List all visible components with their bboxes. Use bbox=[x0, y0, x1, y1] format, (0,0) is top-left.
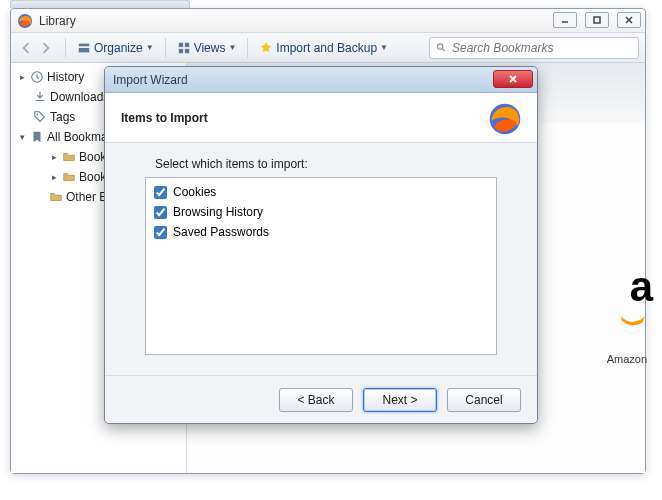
import-backup-menu[interactable]: Import and Backup ▼ bbox=[254, 39, 393, 57]
amazon-logo-fragment: a bbox=[630, 263, 653, 311]
back-arrow-icon[interactable] bbox=[17, 39, 35, 57]
next-button[interactable]: Next > bbox=[363, 388, 437, 412]
views-icon bbox=[177, 41, 191, 55]
import-backup-label: Import and Backup bbox=[276, 41, 377, 55]
dialog-title-bar: Import Wizard bbox=[105, 67, 537, 93]
svg-rect-10 bbox=[185, 48, 189, 52]
firefox-logo-icon bbox=[487, 101, 523, 137]
checkbox-history[interactable] bbox=[154, 206, 167, 219]
clock-icon bbox=[30, 70, 44, 84]
organize-label: Organize bbox=[94, 41, 143, 55]
checkbox-label: Browsing History bbox=[173, 205, 263, 219]
checkbox-cookies[interactable] bbox=[154, 186, 167, 199]
separator bbox=[165, 38, 166, 58]
dialog-close-button[interactable] bbox=[493, 70, 533, 88]
import-items-list: Cookies Browsing History Saved Passwords bbox=[145, 177, 497, 355]
search-box[interactable] bbox=[429, 37, 639, 59]
tag-icon bbox=[33, 110, 47, 124]
dialog-header-title: Items to Import bbox=[121, 111, 208, 125]
search-input[interactable] bbox=[452, 41, 632, 55]
checkbox-row-passwords[interactable]: Saved Passwords bbox=[152, 222, 490, 242]
folder-icon bbox=[62, 170, 76, 184]
svg-rect-6 bbox=[79, 48, 90, 52]
dialog-header: Items to Import bbox=[105, 93, 537, 143]
forward-arrow-icon[interactable] bbox=[37, 39, 55, 57]
tree-label: Downloads bbox=[50, 90, 109, 104]
dialog-instruction: Select which items to import: bbox=[145, 157, 497, 171]
expander-icon[interactable]: ▸ bbox=[49, 172, 59, 182]
separator bbox=[65, 38, 66, 58]
checkbox-passwords[interactable] bbox=[154, 226, 167, 239]
svg-point-11 bbox=[437, 43, 443, 49]
import-wizard-dialog: Import Wizard Items to Import Select whi… bbox=[104, 66, 538, 424]
checkbox-row-history[interactable]: Browsing History bbox=[152, 202, 490, 222]
firefox-icon bbox=[17, 13, 33, 29]
expander-icon[interactable]: ▸ bbox=[49, 152, 59, 162]
minimize-button[interactable] bbox=[553, 12, 577, 28]
dialog-body: Select which items to import: Cookies Br… bbox=[105, 143, 537, 375]
checkbox-label: Saved Passwords bbox=[173, 225, 269, 239]
bookmark-icon bbox=[30, 130, 44, 144]
folder-icon bbox=[62, 150, 76, 164]
checkbox-label: Cookies bbox=[173, 185, 216, 199]
svg-rect-5 bbox=[79, 43, 90, 46]
svg-rect-2 bbox=[594, 17, 600, 23]
search-icon bbox=[436, 42, 447, 54]
tree-label: Tags bbox=[50, 110, 75, 124]
close-button[interactable] bbox=[617, 12, 641, 28]
caret-down-icon: ▼ bbox=[380, 43, 388, 52]
star-icon bbox=[259, 41, 273, 55]
svg-point-14 bbox=[37, 114, 39, 116]
svg-line-12 bbox=[442, 48, 445, 51]
expander-icon[interactable]: ▸ bbox=[17, 72, 27, 82]
browser-tab-stub bbox=[10, 0, 190, 8]
amazon-swoosh-icon bbox=[619, 313, 647, 331]
download-icon bbox=[33, 90, 47, 104]
dialog-footer: < Back Next > Cancel bbox=[105, 375, 537, 423]
library-toolbar: Organize ▼ Views ▼ Import and Backup ▼ bbox=[11, 33, 645, 63]
organize-menu[interactable]: Organize ▼ bbox=[72, 39, 159, 57]
dialog-window-title: Import Wizard bbox=[113, 73, 188, 87]
expander-icon[interactable]: ▾ bbox=[17, 132, 27, 142]
tree-label: History bbox=[47, 70, 84, 84]
cancel-button[interactable]: Cancel bbox=[447, 388, 521, 412]
svg-rect-9 bbox=[178, 48, 182, 52]
window-controls bbox=[553, 12, 641, 28]
views-label: Views bbox=[194, 41, 226, 55]
views-menu[interactable]: Views ▼ bbox=[172, 39, 242, 57]
folder-icon bbox=[49, 190, 63, 204]
maximize-button[interactable] bbox=[585, 12, 609, 28]
library-title: Library bbox=[39, 14, 76, 28]
library-title-bar: Library bbox=[11, 9, 645, 33]
caret-down-icon: ▼ bbox=[146, 43, 154, 52]
organize-icon bbox=[77, 41, 91, 55]
checkbox-row-cookies[interactable]: Cookies bbox=[152, 182, 490, 202]
amazon-label: Amazon bbox=[607, 353, 647, 365]
separator bbox=[247, 38, 248, 58]
caret-down-icon: ▼ bbox=[228, 43, 236, 52]
svg-rect-7 bbox=[178, 42, 182, 46]
svg-rect-8 bbox=[185, 42, 189, 46]
back-button[interactable]: < Back bbox=[279, 388, 353, 412]
